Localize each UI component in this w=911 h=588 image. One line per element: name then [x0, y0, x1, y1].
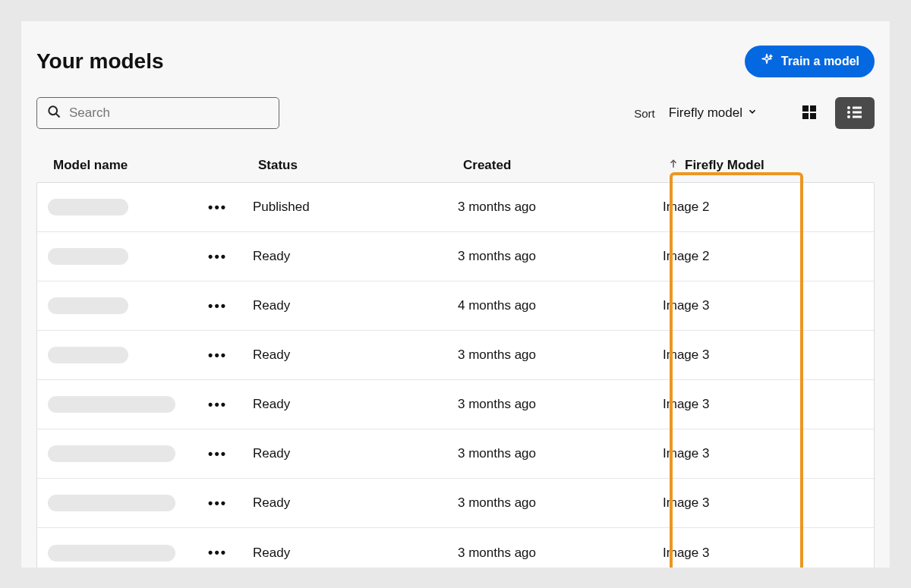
row-actions-button[interactable]: •••	[208, 347, 227, 363]
row-actions-button[interactable]: •••	[208, 495, 227, 511]
grid-icon	[800, 103, 818, 124]
name-cell: •••	[48, 199, 253, 215]
svg-point-7	[847, 111, 850, 114]
created-cell: 3 months ago	[458, 397, 663, 412]
sparkle-icon	[760, 53, 774, 70]
status-cell: Ready	[253, 298, 458, 313]
model-name-placeholder	[48, 347, 128, 363]
firefly-model-cell: Image 2	[663, 200, 890, 215]
right-controls: Sort Firefly model	[634, 97, 875, 129]
model-name-placeholder	[48, 248, 128, 265]
chevron-down-icon	[747, 105, 758, 121]
name-cell: •••	[48, 495, 253, 511]
search-input[interactable]	[69, 105, 270, 121]
table-row[interactable]: •••Ready3 months agoImage 3	[37, 429, 874, 479]
svg-point-8	[847, 115, 850, 118]
table-row[interactable]: •••Ready3 months agoImage 3	[37, 380, 874, 429]
status-cell: Ready	[253, 249, 458, 264]
col-header-name[interactable]: Model name	[53, 158, 258, 173]
search-icon	[46, 104, 61, 122]
header: Your models Train a model	[21, 21, 890, 77]
view-toggle	[790, 97, 875, 129]
firefly-model-cell: Image 2	[663, 249, 890, 264]
firefly-model-cell: Image 3	[663, 347, 890, 363]
name-cell: •••	[48, 248, 253, 265]
row-actions-button[interactable]: •••	[208, 249, 227, 265]
table-row[interactable]: •••Ready3 months agoImage 3	[37, 528, 874, 568]
list-icon	[846, 103, 864, 124]
svg-point-0	[49, 106, 57, 115]
table-row[interactable]: •••Published3 months agoImage 2	[37, 183, 874, 232]
created-cell: 3 months ago	[458, 546, 663, 561]
row-actions-button[interactable]: •••	[208, 545, 227, 561]
name-cell: •••	[48, 347, 253, 363]
created-cell: 4 months ago	[458, 298, 663, 313]
sort-dropdown-value: Firefly model	[669, 105, 742, 121]
firefly-model-cell: Image 3	[663, 546, 890, 561]
table-row[interactable]: •••Ready3 months agoImage 2	[37, 232, 874, 281]
status-cell: Published	[253, 200, 458, 215]
row-actions-button[interactable]: •••	[208, 298, 227, 314]
list-view-button[interactable]	[835, 97, 875, 129]
model-name-placeholder	[48, 495, 175, 511]
svg-point-6	[847, 106, 850, 109]
firefly-model-cell: Image 3	[663, 446, 890, 461]
row-actions-button[interactable]: •••	[208, 397, 227, 413]
name-cell: •••	[48, 445, 253, 462]
svg-rect-2	[802, 105, 809, 112]
name-cell: •••	[48, 396, 253, 413]
table-row[interactable]: •••Ready4 months agoImage 3	[37, 281, 874, 331]
col-header-created[interactable]: Created	[463, 158, 668, 173]
created-cell: 3 months ago	[458, 495, 663, 511]
svg-line-1	[56, 114, 60, 118]
table-row[interactable]: •••Ready3 months agoImage 3	[37, 331, 874, 380]
created-cell: 3 months ago	[458, 249, 663, 264]
arrow-up-icon	[668, 158, 679, 173]
status-cell: Ready	[253, 347, 458, 363]
model-name-placeholder	[48, 297, 128, 314]
created-cell: 3 months ago	[458, 200, 663, 215]
row-actions-button[interactable]: •••	[208, 446, 227, 462]
name-cell: •••	[48, 545, 253, 561]
table-header: Model name Status Created Firefly Model	[36, 158, 875, 182]
model-name-placeholder	[48, 199, 128, 215]
firefly-model-cell: Image 3	[663, 495, 890, 511]
table-body: •••Published3 months agoImage 2•••Ready3…	[36, 182, 875, 568]
sort-label: Sort	[634, 107, 655, 120]
status-cell: Ready	[253, 546, 458, 561]
train-model-label: Train a model	[781, 55, 859, 68]
model-name-placeholder	[48, 445, 175, 462]
created-cell: 3 months ago	[458, 446, 663, 461]
search-input-wrap[interactable]	[36, 97, 279, 129]
row-actions-button[interactable]: •••	[208, 200, 227, 215]
train-model-button[interactable]: Train a model	[745, 46, 875, 77]
created-cell: 3 months ago	[458, 347, 663, 363]
col-header-firefly-model-label: Firefly Model	[685, 158, 764, 173]
main-panel: Your models Train a model Sort	[21, 21, 890, 568]
page-title: Your models	[36, 49, 164, 74]
firefly-model-cell: Image 3	[663, 397, 890, 412]
svg-rect-5	[810, 113, 816, 119]
controls-row: Sort Firefly model	[21, 77, 890, 137]
col-header-status[interactable]: Status	[258, 158, 463, 173]
firefly-model-cell: Image 3	[663, 298, 890, 313]
models-table: Model name Status Created Firefly Model …	[21, 137, 890, 568]
status-cell: Ready	[253, 397, 458, 412]
svg-rect-4	[802, 113, 809, 119]
grid-view-button[interactable]	[790, 97, 829, 129]
status-cell: Ready	[253, 446, 458, 461]
sort-dropdown[interactable]: Firefly model	[669, 105, 758, 121]
model-name-placeholder	[48, 396, 175, 413]
status-cell: Ready	[253, 495, 458, 511]
model-name-placeholder	[48, 545, 175, 561]
table-row[interactable]: •••Ready3 months agoImage 3	[37, 479, 874, 528]
name-cell: •••	[48, 297, 253, 314]
svg-rect-3	[810, 105, 816, 112]
col-header-firefly-model[interactable]: Firefly Model	[668, 158, 890, 173]
